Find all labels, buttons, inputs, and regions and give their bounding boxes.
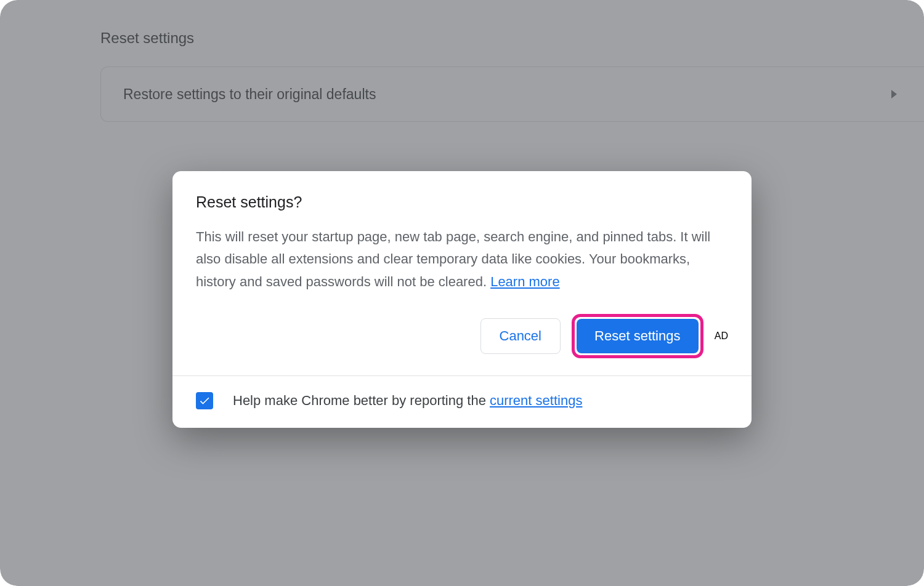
dialog-title: Reset settings? xyxy=(196,193,728,211)
cancel-button[interactable]: Cancel xyxy=(480,318,561,354)
footer-prefix: Help make Chrome better by reporting the xyxy=(233,393,490,408)
dialog-body: This will reset your startup page, new t… xyxy=(196,226,728,293)
highlight-annotation: Reset settings xyxy=(572,314,703,358)
settings-window: Reset settings Restore settings to their… xyxy=(0,0,924,586)
reset-settings-dialog: Reset settings? This will reset your sta… xyxy=(172,171,752,428)
current-settings-link[interactable]: current settings xyxy=(490,393,582,408)
dialog-content: Reset settings? This will reset your sta… xyxy=(172,171,752,375)
dialog-actions: Cancel Reset settings AD xyxy=(196,314,728,358)
report-settings-checkbox[interactable] xyxy=(196,392,213,409)
dialog-body-text: This will reset your startup page, new t… xyxy=(196,229,710,289)
reset-settings-button[interactable]: Reset settings xyxy=(577,319,699,353)
dialog-footer: Help make Chrome better by reporting the… xyxy=(172,375,752,428)
modal-overlay: Reset settings? This will reset your sta… xyxy=(0,0,924,586)
learn-more-link[interactable]: Learn more xyxy=(490,274,560,289)
checkmark-icon xyxy=(198,395,211,407)
footer-text: Help make Chrome better by reporting the… xyxy=(233,393,582,409)
